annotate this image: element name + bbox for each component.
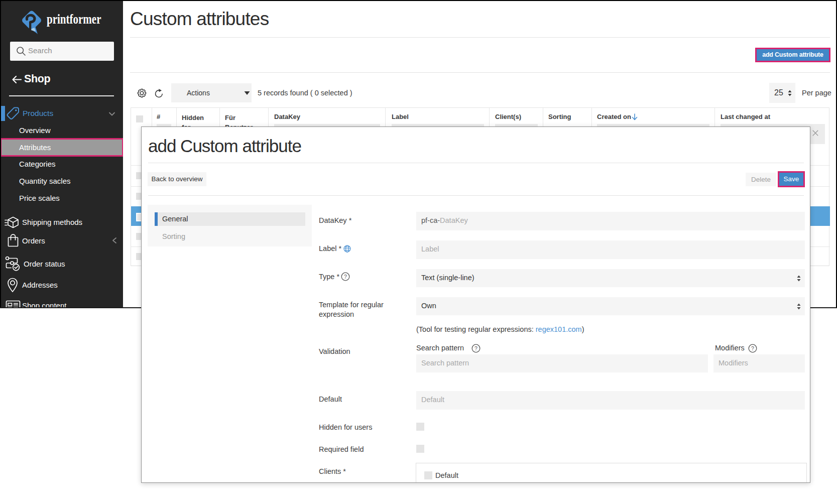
svg-text:?: ? [344,274,347,280]
svg-text:?: ? [474,345,477,351]
svg-text:?: ? [751,345,754,351]
